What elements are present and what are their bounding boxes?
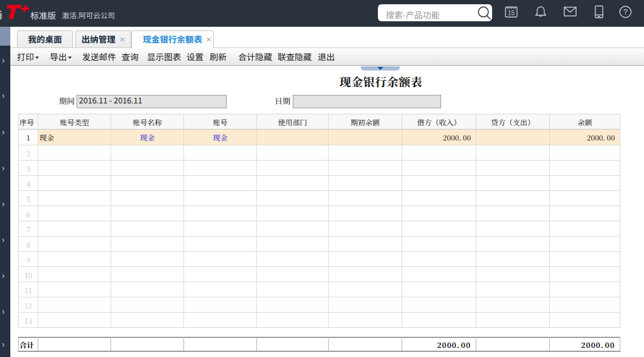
svg-text:15: 15	[508, 9, 515, 16]
svg-text:?: ?	[623, 8, 628, 16]
